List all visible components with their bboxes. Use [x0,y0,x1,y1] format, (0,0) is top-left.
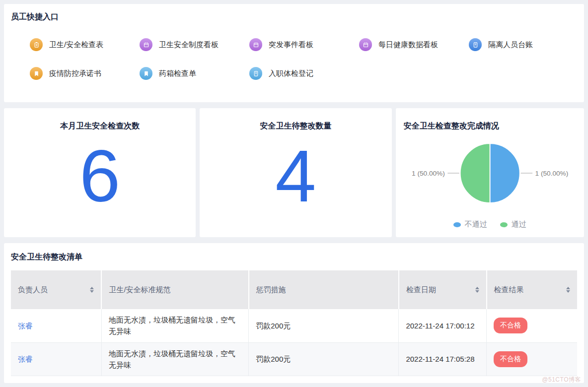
board-icon [359,38,372,51]
standard-cell: 地面无水渍，垃圾桶无遗留垃圾，空气无异味 [101,309,248,342]
quick-link-label: 卫生/安全检查表 [49,40,103,50]
quick-link-label: 卫生安全制度看板 [159,40,219,50]
legend-item-fail[interactable]: 不通过 [453,220,487,229]
stat-row: 本月卫生安全检查次数 6 安全卫生待整改数量 4 安全卫生检查整改完成情况 1 … [4,108,584,237]
quick-link-hygiene-safety-checklist[interactable]: 卫生/安全检查表 [30,38,140,51]
bookmark-icon [30,67,43,80]
pie-legend: 不通过 通过 [453,220,526,229]
table-row: 张睿 地面无水渍，垃圾桶无遗留垃圾，空气无异味 罚款200元 2022-11-2… [11,309,577,342]
stat-value: 4 [208,131,383,227]
quick-link-label: 药箱检查单 [159,69,196,78]
col-header-label: 卫生/安全标准规范 [109,285,170,295]
result-badge: 不合格 [494,318,527,333]
quick-link-medicine-box-checklist[interactable]: 药箱检查单 [140,67,249,80]
quick-link-isolation-personnel-ledger[interactable]: 隔离人员台账 [469,38,579,51]
col-header-date[interactable]: 检查日期 [399,270,487,309]
person-link[interactable]: 张睿 [18,322,33,330]
col-header-label: 检查结果 [494,285,524,295]
watermark: @51CTO博客 [542,376,581,384]
quick-link-hygiene-safety-system-board[interactable]: 卫生安全制度看板 [140,38,249,51]
document-icon [469,38,482,51]
table-row: 张睿 地面无水渍，垃圾桶无遗留垃圾，空气无异味 罚款200元 2022-11-2… [11,342,577,376]
document-icon [249,67,262,80]
quick-link-epidemic-prevention-commitment[interactable]: 疫情防控承诺书 [30,67,140,80]
quick-entry-panel: 员工快捷入口 卫生/安全检查表 卫生安全制度看板 突发事件看板 每日健康数据看板 [4,4,584,102]
col-header-person[interactable]: 负责人员 [11,270,101,309]
legend-item-pass[interactable]: 通过 [500,220,526,229]
chart-title: 安全卫生检查整改完成情况 [404,121,576,131]
table-header-row: 负责人员 卫生/安全标准规范 惩罚措施 检查日期 [11,270,577,309]
col-header-label: 检查日期 [406,285,436,295]
rectification-list-title: 安全卫生待整改清单 [11,252,577,262]
rectification-list-panel: 安全卫生待整改清单 负责人员 卫生/安全标准规范 惩罚措施 [4,243,584,383]
legend-label: 不通过 [465,220,487,229]
quick-entry-title: 员工快捷入口 [11,12,577,22]
stat-title: 安全卫生待整改数量 [208,121,383,131]
col-header-label: 负责人员 [18,285,48,295]
quick-link-onboarding-physical-exam[interactable]: 入职体检登记 [249,67,359,80]
stat-value: 6 [12,131,188,227]
standard-cell: 地面无水渍，垃圾桶无遗留垃圾，空气无异味 [101,342,248,376]
rectification-table: 负责人员 卫生/安全标准规范 惩罚措施 检查日期 [11,270,577,376]
quick-link-label: 每日健康数据看板 [378,40,438,50]
stat-title: 本月卫生安全检查次数 [12,121,188,131]
pie-callout-right: 1 (50.00%) [535,170,568,177]
pie-slice-fail[interactable] [490,143,519,203]
date-cell: 2022-11-24 17:05:28 [399,342,487,376]
sort-icon[interactable] [90,287,94,293]
pie-callout-left: 1 (50.00%) [412,170,445,177]
legend-marker-fail [453,222,461,227]
result-badge: 不合格 [494,351,527,367]
pie-chart-svg: 1 (50.00%) 1 (50.00%) [404,131,576,215]
bookmark-icon [140,67,152,80]
penalty-cell: 罚款200元 [249,342,399,376]
legend-marker-pass [500,222,508,227]
col-header-label: 惩罚措施 [256,285,286,295]
col-header-result[interactable]: 检查结果 [487,270,577,309]
sort-icon[interactable] [475,287,479,293]
board-icon [249,38,262,51]
pie-slice-pass[interactable] [460,143,490,203]
quick-entry-grid: 卫生/安全检查表 卫生安全制度看板 突发事件看板 每日健康数据看板 隔离人员台账 [30,38,577,80]
person-link[interactable]: 张睿 [18,355,33,363]
date-cell: 2022-11-24 17:00:12 [399,309,487,342]
clipboard-icon [30,38,43,51]
pie-chart: 1 (50.00%) 1 (50.00%) 不通过 通过 [404,131,576,229]
col-header-standard: 卫生/安全标准规范 [101,270,248,309]
quick-link-label: 入职体检登记 [269,69,313,78]
quick-link-label: 隔离人员台账 [488,40,533,50]
legend-label: 通过 [512,220,526,229]
sort-icon[interactable] [566,287,570,293]
chart-card-rectification-completion: 安全卫生检查整改完成情况 1 (50.00%) 1 (50.00%) 不通过 [396,108,584,237]
quick-link-label: 突发事件看板 [269,40,313,50]
penalty-cell: 罚款200元 [249,309,399,342]
board-icon [140,38,152,51]
col-header-penalty: 惩罚措施 [249,270,399,309]
stat-card-inspection-count: 本月卫生安全检查次数 6 [4,108,196,237]
quick-link-label: 疫情防控承诺书 [49,69,101,78]
stat-card-rectification-count: 安全卫生待整改数量 4 [200,108,391,237]
quick-link-emergency-event-board[interactable]: 突发事件看板 [249,38,359,51]
quick-link-daily-health-data-board[interactable]: 每日健康数据看板 [359,38,469,51]
